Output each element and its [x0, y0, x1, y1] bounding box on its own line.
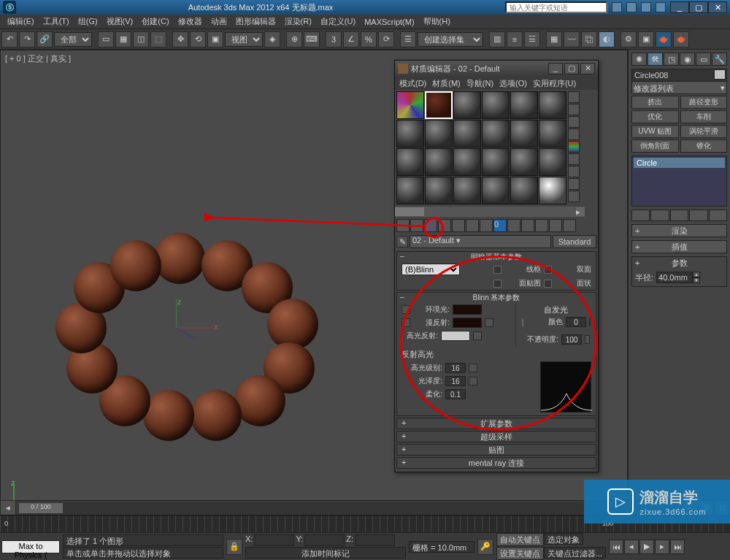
prev-frame-icon[interactable]: ◂ — [624, 540, 639, 554]
time-handle[interactable]: 0 / 100 — [19, 503, 63, 513]
menu-render[interactable]: 渲染(R) — [280, 15, 316, 28]
material-slot-7[interactable] — [396, 120, 424, 147]
mat-menu-material[interactable]: 材质(M) — [429, 77, 464, 90]
object-color-swatch[interactable] — [714, 69, 726, 80]
make-preview-icon[interactable] — [568, 153, 580, 165]
material-slot-4[interactable] — [482, 91, 510, 119]
btn-taper[interactable]: 锥化 — [680, 139, 728, 153]
facemap-checkbox[interactable] — [493, 280, 502, 288]
transform-gizmo[interactable]: x z — [176, 299, 220, 342]
tab-create[interactable]: ✺ — [631, 53, 647, 66]
backlight-icon[interactable] — [568, 104, 580, 115]
material-editor-titlebar[interactable]: 材质编辑器 - 02 - Default _ ▢ ✕ — [395, 61, 598, 77]
opacity-map-button[interactable] — [585, 335, 590, 344]
material-editor-button[interactable]: ◐ — [599, 31, 615, 47]
sample-type-icon[interactable] — [568, 91, 580, 103]
scale-button[interactable]: ▣ — [207, 31, 223, 47]
mat-close-button[interactable]: ✕ — [580, 63, 595, 74]
reset-map-icon[interactable]: ✕ — [438, 219, 451, 232]
search-icon[interactable] — [612, 2, 622, 12]
minimize-button[interactable]: _ — [670, 1, 689, 13]
spec-level-map-button[interactable] — [469, 364, 477, 372]
selfillum-map-button[interactable] — [589, 318, 591, 326]
material-slot-14[interactable] — [425, 148, 453, 176]
background-icon[interactable] — [568, 116, 580, 128]
pick-icon[interactable]: ✎ — [396, 236, 408, 248]
snap-button[interactable]: 3 — [326, 31, 342, 47]
align-button[interactable]: ≡ — [507, 31, 523, 47]
material-slot-24[interactable] — [539, 177, 566, 204]
rotate-button[interactable]: ⟲ — [190, 31, 206, 47]
undo-button[interactable]: ↶ — [1, 31, 18, 47]
mat-menu-util[interactable]: 实用程序(U) — [530, 77, 579, 90]
btn-pathdeform[interactable]: 路径变形 — [680, 96, 728, 109]
tab-motion[interactable]: ◉ — [680, 53, 695, 66]
mat-maximize-button[interactable]: ▢ — [564, 63, 579, 74]
render-frame-button[interactable]: ▣ — [638, 31, 654, 47]
rollout-interp[interactable]: 插值 — [632, 241, 726, 253]
render-button[interactable]: 🫖 — [656, 31, 672, 47]
material-slot-21[interactable] — [453, 177, 481, 204]
material-slot-10[interactable] — [482, 120, 510, 147]
specular-swatch[interactable] — [441, 331, 470, 341]
select-region-button[interactable]: ◫ — [133, 31, 149, 47]
spinner-snap-button[interactable]: ⟳ — [378, 31, 394, 47]
go-parent-icon[interactable] — [535, 219, 548, 232]
select-by-mat-icon[interactable] — [568, 178, 580, 190]
link-button[interactable]: 🔗 — [36, 31, 53, 47]
rollout-params[interactable]: 参数 — [632, 257, 726, 269]
menu-anim[interactable]: 动画 — [207, 15, 231, 28]
material-slot-1[interactable] — [396, 91, 424, 119]
make-unique-icon[interactable] — [466, 219, 479, 232]
diffuse-map-button[interactable] — [485, 318, 493, 327]
help-icon[interactable] — [656, 2, 666, 12]
stack-show-icon[interactable] — [650, 210, 669, 221]
mat-menu-mode[interactable]: 模式(D) — [396, 77, 429, 90]
lock-selection-icon[interactable]: 🔒 — [226, 539, 242, 555]
material-slot-9[interactable] — [453, 120, 481, 147]
percent-snap-button[interactable]: % — [361, 31, 377, 47]
keyboard-shortcut-button[interactable]: ⌨ — [304, 31, 320, 47]
put-to-scene-icon[interactable] — [410, 219, 423, 232]
close-button[interactable]: ✕ — [708, 1, 727, 13]
material-slot-6[interactable] — [539, 91, 566, 119]
diffuse-lock-icon[interactable] — [402, 318, 410, 327]
material-slot-13[interactable] — [396, 148, 424, 176]
pick-from-obj-icon[interactable] — [563, 219, 576, 232]
stack-unique-icon[interactable] — [670, 210, 688, 221]
material-name-input[interactable]: 02 - Default ▾ — [410, 235, 551, 248]
scroll-thumb[interactable] — [395, 207, 424, 216]
maximize-button[interactable]: ▢ — [689, 1, 708, 13]
shader-params-header[interactable]: 明暗器基本参数 — [397, 252, 596, 262]
ambient-lock-icon[interactable] — [402, 305, 410, 314]
material-slot-11[interactable] — [510, 120, 538, 147]
mat-menu-nav[interactable]: 导航(N) — [464, 77, 496, 90]
rollout-maps[interactable]: 贴图 — [396, 444, 596, 456]
faceted-checkbox[interactable] — [544, 280, 552, 288]
select-name-button[interactable]: ▦ — [115, 31, 131, 47]
mat-map-nav-icon[interactable] — [568, 191, 580, 202]
menu-create[interactable]: 创建(C) — [137, 15, 173, 28]
ambient-swatch[interactable] — [453, 304, 482, 315]
render-setup-button[interactable]: ⚙ — [620, 31, 637, 47]
show-end-icon[interactable] — [521, 219, 534, 232]
graphite-button[interactable]: ▦ — [546, 31, 562, 47]
setkey-button[interactable]: 设置关键点 — [496, 547, 544, 560]
schematic-button[interactable]: ⿻ — [581, 31, 597, 47]
rollout-render[interactable]: 渲染 — [632, 225, 726, 237]
stack-remove-icon[interactable] — [689, 210, 707, 221]
material-slot-19[interactable] — [396, 177, 424, 204]
gloss-input[interactable] — [445, 376, 466, 386]
tab-display[interactable]: ▭ — [696, 53, 711, 66]
help-search-input[interactable] — [505, 1, 607, 13]
menu-modifier[interactable]: 修改器 — [174, 15, 207, 28]
btn-lathe[interactable]: 车削 — [680, 110, 728, 123]
key-mode-icon[interactable]: 🔑 — [477, 539, 493, 555]
material-slot-8[interactable] — [425, 120, 453, 147]
redo-button[interactable]: ↷ — [19, 31, 35, 47]
radius-input[interactable] — [656, 272, 693, 283]
menu-tools[interactable]: 工具(T) — [39, 15, 74, 28]
specular-map-button[interactable] — [473, 331, 482, 340]
menu-graph[interactable]: 图形编辑器 — [231, 15, 280, 28]
modifier-list-dropdown[interactable]: 修改器列表▾ — [631, 81, 727, 94]
